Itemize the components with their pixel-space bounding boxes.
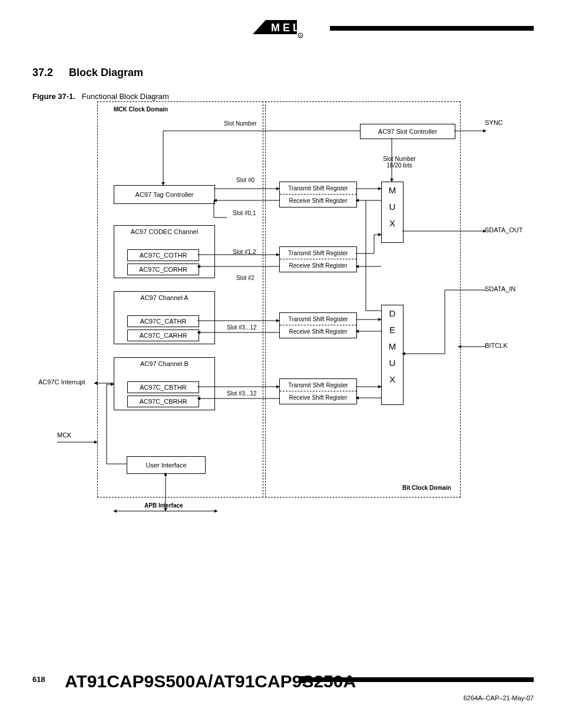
section-title: Block Diagram <box>69 67 143 79</box>
figure-caption: Functional Block Diagram <box>82 92 169 101</box>
footer-rule <box>306 677 534 682</box>
svg-text:R: R <box>299 34 302 38</box>
doc-code: 6264A–CAP–21-May-07 <box>464 694 534 701</box>
footer-square <box>299 676 306 683</box>
atmel-logo: I M E L R <box>250 17 315 41</box>
figure-label: Figure 37-1. Functional Block Diagram <box>32 92 169 101</box>
header-row: I M E L R <box>0 17 534 41</box>
figure-number: Figure 37-1. <box>32 92 75 101</box>
page: I M E L R 37.2 Block Diagram Figure 37-1… <box>0 0 562 728</box>
header-rule <box>330 26 534 31</box>
page-number: 618 <box>32 675 45 684</box>
block-diagram: MCK Clock Domain Bit Clock Domain AC97 S… <box>32 101 536 514</box>
section-number: 37.2 <box>32 67 53 79</box>
connection-lines <box>32 101 536 514</box>
